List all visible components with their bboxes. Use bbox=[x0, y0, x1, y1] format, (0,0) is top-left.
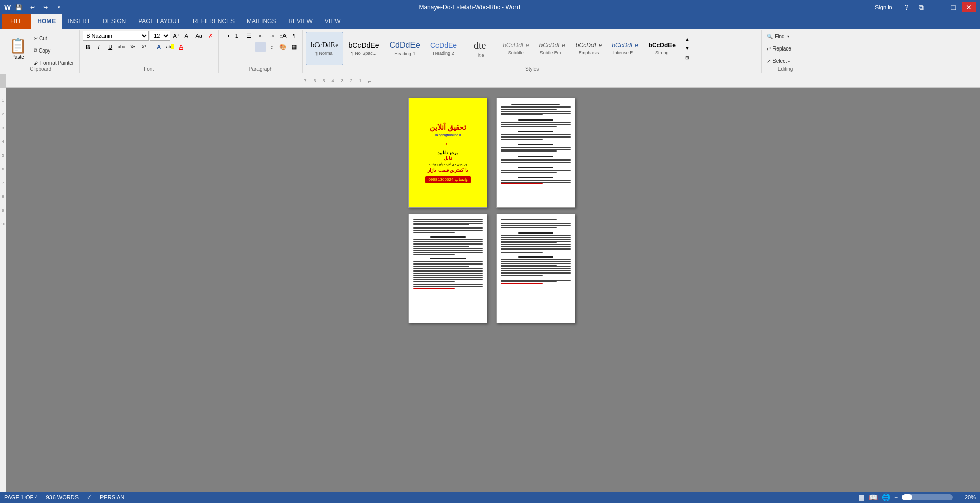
tab-page-layout[interactable]: PAGE LAYOUT bbox=[132, 14, 187, 29]
tab-insert[interactable]: INSERT bbox=[62, 14, 96, 29]
bold-button[interactable]: B bbox=[83, 42, 93, 52]
sign-in-button[interactable]: Sign in bbox=[875, 4, 892, 10]
p4-l20 bbox=[501, 270, 571, 271]
view-reading[interactable]: 📖 bbox=[869, 493, 878, 501]
tab-mailings[interactable]: MAILINGS bbox=[241, 14, 282, 29]
tab-design[interactable]: DESIGN bbox=[96, 14, 132, 29]
style-normal[interactable]: bCcDdEe ¶ Normal bbox=[306, 32, 343, 65]
cut-button[interactable]: ✂ Cut bbox=[32, 33, 76, 44]
tab-references[interactable]: REFERENCES bbox=[187, 14, 241, 29]
align-center-button[interactable]: ≡ bbox=[233, 42, 243, 52]
qat-redo[interactable]: ↪ bbox=[40, 2, 50, 12]
shrink-font-button[interactable]: A⁻ bbox=[183, 31, 193, 41]
align-right-button[interactable]: ≡ bbox=[244, 42, 254, 52]
strikethrough-button[interactable]: abc bbox=[116, 42, 126, 52]
style-no-spacing[interactable]: bCcDdEe ¶ No Spac... bbox=[344, 32, 384, 65]
page-thumb-1[interactable]: تحقیق آنلاین Tahghighonline.ir ← مرجع دا… bbox=[408, 98, 487, 208]
numbering-button[interactable]: 1≡ bbox=[233, 31, 243, 41]
style-subtitle[interactable]: bCcDdEe Subtitle bbox=[498, 32, 533, 65]
vertical-ruler: 1 2 3 4 5 6 7 8 9 10 bbox=[0, 88, 6, 492]
style-title[interactable]: dte Title bbox=[462, 32, 497, 65]
select-button[interactable]: ↗ Select - bbox=[765, 55, 806, 66]
ruler-mark-5: 5 bbox=[319, 78, 328, 84]
font-separator bbox=[151, 42, 151, 52]
page-thumb-2[interactable] bbox=[496, 98, 575, 208]
cover-title: تحقیق آنلاین bbox=[430, 122, 466, 132]
font-size-select[interactable]: 12 bbox=[150, 31, 170, 41]
zoom-slider[interactable] bbox=[902, 494, 953, 500]
p2-heading3 bbox=[518, 144, 553, 145]
view-print-layout[interactable]: ▤ bbox=[858, 493, 865, 501]
v-ruler-7: 7 bbox=[2, 181, 4, 185]
page-thumb-3[interactable] bbox=[408, 214, 487, 323]
subscript-button[interactable]: X₂ bbox=[127, 42, 138, 52]
style-emphasis[interactable]: bCcDdEe Emphasis bbox=[571, 32, 606, 65]
decrease-indent-button[interactable]: ⇤ bbox=[255, 31, 266, 41]
qat-undo[interactable]: ↩ bbox=[27, 2, 37, 12]
document-area: تحقیق آنلاین Tahghighonline.ir ← مرجع دا… bbox=[6, 88, 980, 492]
help-button[interactable]: ? bbox=[900, 2, 913, 12]
word-logo-icon: W bbox=[4, 3, 11, 11]
p4-sp0 bbox=[501, 221, 571, 222]
maximize-button[interactable]: □ bbox=[947, 2, 960, 12]
status-bar: PAGE 1 OF 4 936 WORDS ✓ PERSIAN ▤ 📖 🌐 − … bbox=[0, 492, 980, 503]
ruler-mark-corner: ⌐ bbox=[365, 78, 374, 84]
highlight-color-button[interactable]: ab bbox=[165, 42, 175, 52]
page-thumb-4[interactable] bbox=[496, 214, 575, 323]
page2-header bbox=[501, 104, 571, 105]
grow-font-button[interactable]: A⁺ bbox=[171, 31, 182, 41]
p3-l11 bbox=[413, 243, 483, 244]
p3-l20 bbox=[413, 264, 483, 265]
styles-more-button[interactable]: ⊞ bbox=[683, 54, 691, 62]
show-marks-button[interactable]: ¶ bbox=[289, 31, 299, 41]
replace-button[interactable]: ⇄ Replace bbox=[765, 43, 806, 54]
zoom-in-button[interactable]: + bbox=[957, 494, 961, 501]
bullets-button[interactable]: ≡• bbox=[222, 31, 232, 41]
p3-line2 bbox=[413, 221, 483, 222]
tab-review[interactable]: REVIEW bbox=[282, 14, 318, 29]
tab-view[interactable]: VIEW bbox=[319, 14, 347, 29]
p3-l15 bbox=[413, 250, 483, 251]
qat-customize[interactable]: ▾ bbox=[54, 2, 64, 12]
style-heading1[interactable]: CdDdEe Heading 1 bbox=[385, 32, 425, 65]
style-strong[interactable]: bCcDdEe Strong bbox=[644, 32, 680, 65]
copy-button[interactable]: ⧉ Copy bbox=[32, 45, 76, 56]
underline-button[interactable]: U bbox=[105, 42, 115, 52]
p4-l14 bbox=[501, 259, 571, 260]
italic-button[interactable]: I bbox=[94, 42, 104, 52]
font-color-button[interactable]: A bbox=[176, 42, 186, 52]
paste-button[interactable]: 📋 Paste bbox=[5, 31, 31, 66]
minimize-button[interactable]: — bbox=[930, 2, 945, 12]
p3-l21 bbox=[413, 266, 469, 267]
v-ruler-4: 4 bbox=[2, 139, 4, 144]
align-left-button[interactable]: ≡ bbox=[222, 42, 232, 52]
zoom-out-button[interactable]: − bbox=[894, 494, 898, 501]
qat-save[interactable]: 💾 bbox=[14, 2, 24, 12]
v-ruler-2: 2 bbox=[2, 112, 4, 116]
find-button[interactable]: 🔍 Find ▾ bbox=[765, 31, 806, 42]
tab-home[interactable]: HOME bbox=[31, 14, 62, 29]
style-heading2[interactable]: CcDdEe Heading 2 bbox=[426, 32, 461, 65]
styles-scroll-down[interactable]: ▼ bbox=[683, 44, 691, 53]
shading-button[interactable]: 🎨 bbox=[278, 42, 288, 52]
close-button[interactable]: ✕ bbox=[962, 2, 976, 12]
increase-indent-button[interactable]: ⇥ bbox=[267, 31, 277, 41]
clear-format-button[interactable]: ✗ bbox=[205, 31, 215, 41]
text-effects-button[interactable]: A bbox=[153, 42, 164, 52]
justify-button[interactable]: ≡ bbox=[255, 42, 266, 52]
change-case-button[interactable]: Aa bbox=[194, 31, 204, 41]
multilevel-button[interactable]: ☰ bbox=[244, 31, 254, 41]
p4-sp2 bbox=[501, 253, 571, 255]
line-spacing-button[interactable]: ↕ bbox=[267, 42, 277, 52]
styles-scroll-up[interactable]: ▲ bbox=[683, 35, 691, 43]
restore-button[interactable]: ⧉ bbox=[915, 2, 928, 13]
sort-button[interactable]: ↕A bbox=[278, 31, 288, 41]
style-intense-em[interactable]: bCcDdEe Intense E... bbox=[607, 32, 642, 65]
style-subtle-em[interactable]: bCcDdEe Subtle Em... bbox=[534, 32, 570, 65]
superscript-button[interactable]: X² bbox=[139, 42, 149, 52]
font-name-select[interactable]: B Nazanin bbox=[83, 31, 149, 41]
borders-button[interactable]: ▦ bbox=[289, 42, 299, 52]
p3-line5 bbox=[413, 227, 483, 228]
tab-file[interactable]: FILE bbox=[2, 14, 31, 29]
view-web[interactable]: 🌐 bbox=[882, 493, 890, 501]
